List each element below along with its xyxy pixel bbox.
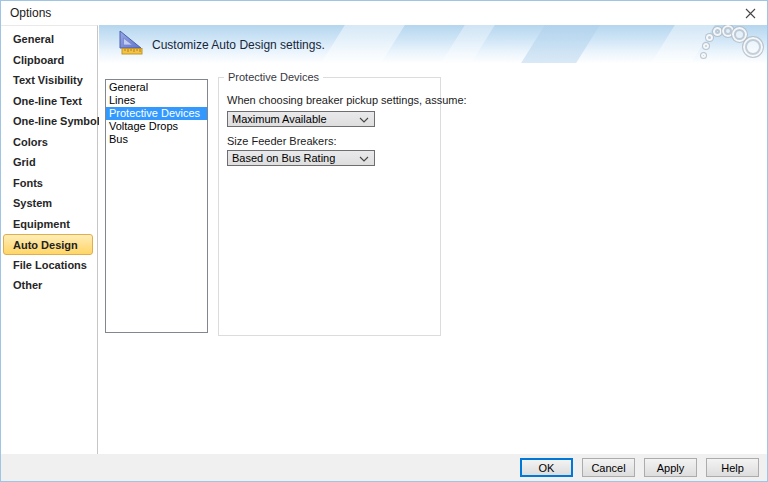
sidebar-item-one-line-text[interactable]: One-line Text — [1, 91, 93, 112]
apply-button[interactable]: Apply — [644, 458, 697, 477]
title-bar: Options — [1, 1, 767, 25]
category-item-general[interactable]: General — [106, 81, 207, 94]
category-item-voltage-drops[interactable]: Voltage Drops — [106, 120, 207, 133]
auto-design-page: General Lines Protective Devices Voltage… — [99, 63, 767, 454]
options-dialog: Options General Clipboard Text Visibilit… — [0, 0, 768, 482]
sidebar-item-general[interactable]: General — [1, 29, 93, 50]
sidebar-item-other[interactable]: Other — [1, 275, 93, 296]
protective-devices-group: Protective Devices When choosing breaker… — [218, 77, 441, 336]
auto-design-icon — [114, 29, 146, 61]
category-item-bus[interactable]: Bus — [106, 133, 207, 146]
sidebar-item-text-visibility[interactable]: Text Visibility — [1, 70, 93, 91]
breaker-pickup-label: When choosing breaker pickup settings, a… — [227, 94, 467, 106]
page-banner: Customize Auto Design settings. — [99, 25, 767, 63]
close-icon — [745, 5, 756, 23]
close-button[interactable] — [743, 7, 757, 21]
sidebar-item-fonts[interactable]: Fonts — [1, 173, 93, 194]
sidebar-item-grid[interactable]: Grid — [1, 152, 93, 173]
category-item-protective-devices[interactable]: Protective Devices — [106, 107, 207, 120]
sidebar-item-clipboard[interactable]: Clipboard — [1, 50, 93, 71]
chevron-down-icon — [359, 156, 369, 162]
banner-message: Customize Auto Design settings. — [152, 38, 325, 52]
feeder-breakers-select[interactable]: Based on Bus Rating — [227, 150, 375, 166]
options-sidebar: General Clipboard Text Visibility One-li… — [1, 25, 98, 454]
dialog-footer: OK Cancel Apply Help — [1, 454, 767, 481]
sidebar-item-auto-design[interactable]: Auto Design — [3, 234, 93, 255]
sidebar-item-system[interactable]: System — [1, 193, 93, 214]
window-title: Options — [10, 6, 51, 20]
feeder-breakers-value: Based on Bus Rating — [232, 152, 335, 164]
help-button[interactable]: Help — [706, 458, 759, 477]
sidebar-item-equipment[interactable]: Equipment — [1, 214, 93, 235]
cancel-button[interactable]: Cancel — [582, 458, 635, 477]
sidebar-item-colors[interactable]: Colors — [1, 132, 93, 153]
breaker-pickup-value: Maximum Available — [232, 113, 327, 125]
auto-design-category-list[interactable]: General Lines Protective Devices Voltage… — [105, 79, 208, 333]
feeder-breakers-label: Size Feeder Breakers: — [227, 135, 336, 147]
group-title: Protective Devices — [224, 71, 323, 83]
breaker-pickup-select[interactable]: Maximum Available — [227, 111, 375, 127]
chevron-down-icon — [359, 117, 369, 123]
category-item-lines[interactable]: Lines — [106, 94, 207, 107]
logo-swirl-decoration — [685, 25, 767, 63]
sidebar-item-file-locations[interactable]: File Locations — [1, 255, 93, 276]
ok-button[interactable]: OK — [520, 458, 573, 477]
sidebar-item-one-line-symbols[interactable]: One-line Symbols — [1, 111, 93, 132]
